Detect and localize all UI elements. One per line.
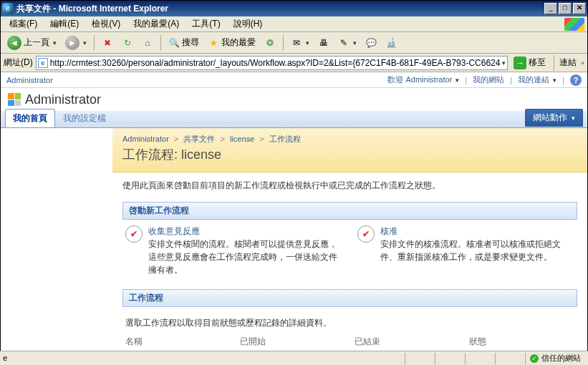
trusted-icon: ✓ xyxy=(530,354,539,363)
breadcrumb-wrap: Administrator > 共享文件 > license > 工作流程 工作… xyxy=(112,128,587,172)
maximize-button[interactable]: □ xyxy=(559,3,572,14)
forward-icon: ► xyxy=(65,36,79,50)
address-bar: 網址(D) e ▾ → 移至 連結 » xyxy=(1,54,587,72)
welcome-menu[interactable]: 歡迎 Administrator ▾ xyxy=(387,74,459,85)
my-site-link[interactable]: 我的網站 xyxy=(473,74,504,85)
section-start-workflow: 啓動新工作流程 ✔ 收集意見反應 安排文件核閱的流程。核閱者可以提供意見反應，這… xyxy=(122,202,577,282)
research-button[interactable]: 🔬 xyxy=(382,34,400,52)
site-actions-menu[interactable]: 網站動作 ▾ xyxy=(525,109,583,127)
chevron-down-icon: ▾ xyxy=(53,39,57,47)
stop-icon: ✖ xyxy=(102,37,113,49)
menu-help[interactable]: 說明(H) xyxy=(228,16,269,31)
site-title-row: Administrator xyxy=(1,88,587,111)
bc-current: 工作流程 xyxy=(269,135,301,143)
star-icon: ★ xyxy=(208,37,219,49)
search-icon: 🔍 xyxy=(168,37,180,49)
page-viewport: Administrator 歡迎 Administrator ▾ | 我的網站 … xyxy=(1,72,587,350)
home-icon: ⌂ xyxy=(142,37,153,49)
workflow-desc: 安排文件核閱的流程。核閱者可以提供意見反應，這些意見反應會在工作流程完成時，一併… xyxy=(148,238,343,276)
help-icon[interactable]: ? xyxy=(570,74,582,86)
menu-view[interactable]: 檢視(V) xyxy=(86,16,126,31)
refresh-icon: ↻ xyxy=(122,37,133,49)
separator xyxy=(283,35,284,51)
table-description: 選取工作流程以取得目前狀態或歷程記錄的詳細資料。 xyxy=(125,313,574,334)
bc-administrator[interactable]: Administrator xyxy=(122,135,169,143)
my-links-menu[interactable]: 我的連結 ▾ xyxy=(518,74,556,85)
table-header: 名稱 已開始 已結束 狀態 xyxy=(125,334,574,350)
bc-shared-docs[interactable]: 共享文件 xyxy=(183,135,215,143)
separator xyxy=(94,35,95,51)
research-icon: 🔬 xyxy=(385,37,397,49)
status-pane xyxy=(435,353,463,364)
go-button[interactable]: → 移至 xyxy=(511,55,549,71)
col-status: 狀態 xyxy=(469,336,574,348)
minimize-button[interactable]: _ xyxy=(544,3,557,14)
favorites-button[interactable]: ★ 我的最愛 xyxy=(204,34,259,52)
left-nav xyxy=(1,128,112,350)
menu-tools[interactable]: 工具(T) xyxy=(186,16,226,31)
back-button[interactable]: ◄ 上一頁 ▾ xyxy=(4,34,60,52)
search-button[interactable]: 🔍 搜尋 xyxy=(165,34,203,52)
security-zone: ✓ 信任的網站 xyxy=(525,353,585,364)
chevron-down-icon: ▾ xyxy=(353,39,357,47)
tab-my-home[interactable]: 我的首頁 xyxy=(5,109,55,127)
address-input[interactable] xyxy=(50,58,501,68)
discuss-icon: 💬 xyxy=(365,37,377,49)
col-started: 已開始 xyxy=(240,336,355,348)
chevron-down-icon: ▾ xyxy=(572,115,575,122)
ie-toolbar: ◄ 上一頁 ▾ ► ▾ ✖ ↻ ⌂ 🔍 搜尋 ★ 我的最愛 ❂ ✉▾ 🖶 ✎▾ … xyxy=(1,32,587,54)
edit-button[interactable]: ✎▾ xyxy=(334,34,360,52)
page-description: 使用此頁面來啓動目前項目的新工作流程或檢視執行中或已完成的工作流程之狀態。 xyxy=(112,172,587,199)
tab-my-profile[interactable]: 我的設定檔 xyxy=(55,109,114,127)
window-titlebar: e 共享文件 - Microsoft Internet Explorer _ □… xyxy=(1,1,587,16)
menu-bar: 檔案(F) 編輯(E) 檢視(V) 我的最愛(A) 工具(T) 說明(H) xyxy=(1,16,587,32)
history-button[interactable]: ❂ xyxy=(261,34,279,52)
stop-button[interactable]: ✖ xyxy=(98,34,117,52)
workflow-icon: ✔ xyxy=(125,225,143,243)
site-logo-icon xyxy=(8,93,21,106)
links-label[interactable]: 連結 xyxy=(559,57,577,69)
chevron-down-icon: ▾ xyxy=(83,39,87,47)
workflow-approval[interactable]: ✔ 核准 安排文件的核准流程。核准者可以核准或拒絕文件、重新指派核准工作，或是要… xyxy=(357,225,575,276)
chevron-right-icon[interactable]: » xyxy=(581,59,584,67)
forward-button[interactable]: ► ▾ xyxy=(62,34,90,52)
separator xyxy=(160,35,161,51)
close-button[interactable]: ✕ xyxy=(573,3,586,14)
sp-topbar: Administrator 歡迎 Administrator ▾ | 我的網站 … xyxy=(1,72,587,88)
status-bar: e ✓ 信任的網站 xyxy=(0,351,588,365)
back-label: 上一頁 xyxy=(24,36,49,49)
workflow-collect-feedback[interactable]: ✔ 收集意見反應 安排文件核閱的流程。核閱者可以提供意見反應，這些意見反應會在工… xyxy=(125,225,343,276)
page-icon: e xyxy=(3,354,13,364)
go-label: 移至 xyxy=(529,57,546,69)
bc-license[interactable]: license xyxy=(230,135,254,143)
address-label: 網址(D) xyxy=(4,57,33,69)
separator: | xyxy=(562,76,564,84)
separator: | xyxy=(465,76,467,84)
section-workflows: 工作流程 選取工作流程以取得目前狀態或歷程記錄的詳細資料。 名稱 已開始 已結束… xyxy=(122,289,577,350)
workflow-title: 收集意見反應 xyxy=(148,225,343,238)
col-ended: 已結束 xyxy=(355,336,469,348)
menu-edit[interactable]: 編輯(E) xyxy=(44,16,85,31)
section-header: 工作流程 xyxy=(122,289,577,307)
workflow-title: 核准 xyxy=(380,225,575,238)
discuss-button[interactable]: 💬 xyxy=(362,34,380,52)
home-button[interactable]: ⌂ xyxy=(138,34,157,52)
chevron-down-icon[interactable]: ▾ xyxy=(502,59,506,67)
main-content: Administrator > 共享文件 > license > 工作流程 工作… xyxy=(112,128,587,350)
windows-flag-icon xyxy=(564,18,584,31)
sp-top-left: Administrator xyxy=(6,76,53,84)
mail-button[interactable]: ✉▾ xyxy=(287,34,313,52)
window-title: 共享文件 - Microsoft Internet Explorer xyxy=(16,3,168,15)
sp-body: Administrator > 共享文件 > license > 工作流程 工作… xyxy=(1,128,587,350)
menu-file[interactable]: 檔案(F) xyxy=(4,16,43,31)
print-icon: 🖶 xyxy=(318,37,329,49)
menu-favorites[interactable]: 我的最愛(A) xyxy=(127,16,185,31)
print-button[interactable]: 🖶 xyxy=(314,34,333,52)
refresh-button[interactable]: ↻ xyxy=(118,34,137,52)
breadcrumb: Administrator > 共享文件 > license > 工作流程 xyxy=(122,134,577,145)
favorites-label: 我的最愛 xyxy=(221,36,256,49)
section-header: 啓動新工作流程 xyxy=(122,202,577,220)
address-input-wrap[interactable]: e ▾ xyxy=(36,56,508,70)
chevron-down-icon: ▾ xyxy=(553,77,556,84)
trusted-label: 信任的網站 xyxy=(541,353,581,364)
